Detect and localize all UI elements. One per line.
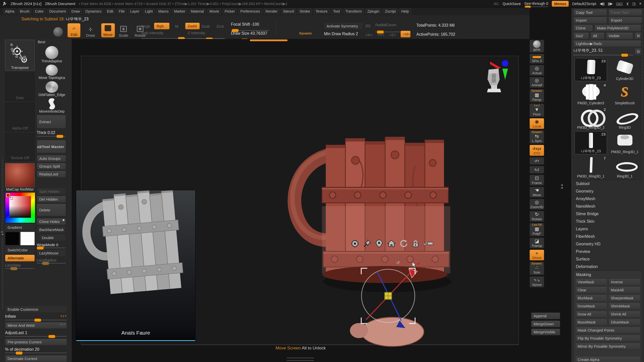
masking-button[interactable]: Inverse [609,279,641,285]
tray-scrollbar[interactable] [1,158,4,231]
palette-section-header[interactable]: Surface [573,255,642,263]
alpha-selector[interactable]: Alpha Off [5,103,35,131]
tool-name-slider[interactable]: 나무맥주_23. 51 R [573,48,642,55]
palette-section-header[interactable]: Slime Bridge [573,210,642,218]
menu-item[interactable]: Texture [314,9,330,14]
strip-button[interactable]: Frame [530,175,544,186]
decimate-current-button[interactable]: Decimate Current [5,355,67,362]
texture-selector[interactable]: Texture Off [5,133,35,161]
tool-thumbnail[interactable]: 23 나무맥주_23 [575,58,607,81]
minimize-icon[interactable]: ⊻ [626,2,629,6]
gizmo-slider-toggle-icon[interactable] [423,240,433,247]
tool-thumbnail[interactable]: PM3D_Ring3D_1 [609,131,641,154]
subtool-master-button[interactable]: SubTool Master◢ [37,140,66,153]
lazystep-slider[interactable]: LazyStep [5,263,35,269]
close-icon[interactable]: × [639,2,641,6]
brush-moveinfinitedepth[interactable]: MoveInfiniteDep [37,97,67,113]
enable-customize-button[interactable]: Enable Customize [5,306,67,313]
masking-button[interactable]: Clear [575,287,607,293]
goz-all-button[interactable]: All [590,32,605,39]
m-toggle[interactable]: M [175,24,178,28]
palette-section-header[interactable]: Thick Skin [573,218,642,225]
menu-item[interactable]: Draw [69,9,82,14]
menu-item[interactable]: Render [264,9,280,14]
create-alpha-button[interactable]: Create Alpha [575,356,640,362]
masking-wide-button[interactable]: Mirror By Posable Symmetry [575,343,640,350]
auto-groups-button[interactable]: Auto Groups [37,155,66,162]
menu-item[interactable]: File [117,9,127,14]
brush-orbflatten[interactable]: OrbFlatten_Edge [37,80,67,97]
palette-section-header[interactable]: Geometry HD [573,240,642,248]
lazymouse-button[interactable]: LazyMouse [37,250,66,256]
menu-item[interactable]: Picker [223,9,237,14]
tray-scrollbar-2[interactable] [1,238,4,310]
split-hidden-button[interactable]: Split Hidden [37,188,66,195]
masking-button[interactable]: SharpenMask [609,295,641,301]
subtool-action-button[interactable]: MergeVisible [531,329,560,335]
sym-x-toggle[interactable]: >X< [365,33,372,37]
tray-left-icon[interactable]: ◀|||| [600,2,605,6]
masking-button[interactable]: ShrinkMask [609,303,641,309]
menu-item[interactable]: Transform [343,9,364,14]
inflate-slider[interactable]: Inflate x y z [5,314,67,320]
radial-r-toggle[interactable]: (R) [365,24,371,28]
thick-slider[interactable]: Thick 0.02 [37,130,67,137]
export-button[interactable]: Export [609,17,642,24]
scale-mode-button[interactable]: SScale [119,25,128,37]
strip-button[interactable]: Local [530,118,544,129]
tool-thumbnail[interactable]: 7 PM3D_Ring3D_1 [575,156,607,179]
strip-button[interactable]: BPR [530,40,544,53]
tool-thumbnail[interactable]: SimpleBrush [609,82,641,106]
tool-thumbnail[interactable]: Cylinder3D [609,58,641,81]
tool-thumbnail[interactable]: 23 나무맥주_23 [575,131,607,154]
masking-button[interactable]: Grow All [575,311,607,318]
palette-section-header[interactable]: Geometry [573,188,642,195]
masking-button[interactable]: ViewMask [575,279,607,285]
subtool-action-button[interactable]: MergeDown [531,321,560,327]
menu-item[interactable]: Edit [105,9,115,14]
stroke-selector[interactable]: Dots [5,72,35,101]
strip-button[interactable]: Xpose [530,276,544,287]
lock-icon[interactable] [412,240,419,248]
strip-button[interactable]: Rotate [530,211,544,222]
move-mode-button[interactable]: MMove [101,23,115,37]
masking-button[interactable]: GrowMask [575,303,607,309]
viewport-canvas[interactable]: Anaïs Faure [72,39,530,362]
material-quickpick-sphere[interactable] [53,27,63,37]
strip-button[interactable]: XYZ [530,145,544,156]
strip-button[interactable]: Dynamic Solo [530,262,544,275]
mirror-and-weld-button[interactable]: Mirror And Weld x y z [5,322,67,329]
location-pin-icon[interactable] [375,240,383,248]
palette-section-header[interactable]: Preview [573,248,642,255]
menu-item[interactable]: Color [33,9,46,14]
adjustlast-slider[interactable]: AdjustLast 1 [5,331,67,337]
axis-xyz-hint-dim[interactable]: x y z [60,323,66,326]
extract-button[interactable]: Extract [37,115,66,128]
palette-section-header[interactable]: FiberMesh [573,233,642,240]
best-label[interactable]: Best [37,40,67,44]
tool-thumbnail[interactable]: 2 PM3D_Ring3D_2 [575,107,607,130]
transpose-gizmo[interactable]: ↺ [353,256,426,334]
palette-section-header[interactable]: NanoMesh [573,203,642,210]
tool-thumbnail[interactable]: Ring3D_1 [609,156,641,179]
secondary-color-swatch[interactable] [20,232,35,245]
menu-item[interactable]: Light [143,9,155,14]
strip-button[interactable]: AAHalf [530,77,544,88]
tool-thumbnail[interactable]: 4 PM3D_Cylinder3 [575,82,607,106]
palette-section-header[interactable]: Subtool [573,180,642,188]
mrgb-toggle[interactable]: Mrgb [141,24,150,28]
canvas-bottom-scrollbar[interactable] [287,358,314,361]
menu-item[interactable]: Zscript [383,9,398,14]
menu-item[interactable]: Preferences [238,9,262,14]
masking-button[interactable]: BlurMask [575,295,607,301]
close-holes-button[interactable]: Close Holes [37,218,66,225]
menu-item[interactable]: Movie [207,9,221,14]
strip-button[interactable] [530,166,544,173]
menu-item[interactable]: Brush [18,9,31,14]
menu-item[interactable]: Tool [331,9,342,14]
masking-header[interactable]: Masking [575,272,640,279]
strip-button[interactable]: Transp [530,238,544,248]
zadd-toggle[interactable]: Zadd [185,23,200,29]
zcut-toggle[interactable]: Zcut [216,24,224,28]
brush-trimadaptive[interactable]: TrimAdaptive [37,44,67,63]
